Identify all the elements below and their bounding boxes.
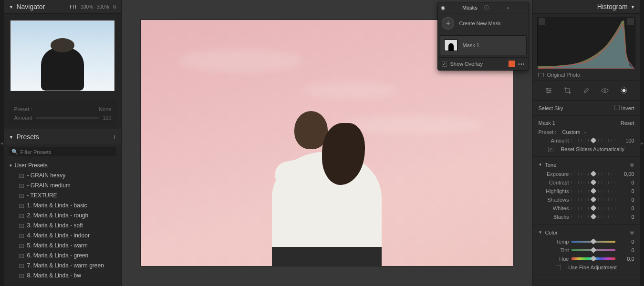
- hue-label: Hue: [538, 256, 569, 262]
- preset-item[interactable]: 1. Maria & Linda - basic: [9, 201, 116, 211]
- invert-label[interactable]: Invert: [621, 105, 634, 111]
- svg-rect-3: [584, 88, 589, 93]
- shadows-value[interactable]: 0: [618, 197, 634, 203]
- mask-preset-value[interactable]: Custom: [562, 129, 580, 135]
- create-mask-row[interactable]: + Create New Mask: [438, 13, 529, 33]
- preset-item[interactable]: 8. Maria & Linda - bw: [9, 271, 116, 281]
- contrast-slider[interactable]: [571, 180, 615, 185]
- masks-title: Masks: [462, 5, 482, 10]
- original-photo-toggle[interactable]: Original Photo: [532, 69, 640, 81]
- tint-label: Tint: [538, 247, 569, 253]
- preset-swatch-icon: [19, 204, 24, 208]
- preset-item-label: 3. Maria & Linda - soft: [27, 222, 83, 230]
- contrast-value[interactable]: 0: [618, 180, 634, 185]
- right-edge-collapse[interactable]: ▸: [640, 0, 644, 286]
- hue-value[interactable]: 0,0: [618, 256, 634, 262]
- add-preset-icon[interactable]: +: [113, 133, 116, 141]
- zoom-fit[interactable]: FIT: [70, 4, 77, 10]
- mask-info-section: Mask 1 Reset Preset : Custom ⌄ Amount 10…: [532, 116, 640, 157]
- reset-button[interactable]: Reset: [621, 120, 634, 126]
- invert-checkbox[interactable]: [614, 105, 620, 110]
- masks-header[interactable]: ◉ Masks ⓘ »: [438, 2, 529, 13]
- reset-sliders-label[interactable]: Reset Sliders Automatically: [561, 146, 624, 152]
- plus-icon[interactable]: +: [442, 17, 454, 30]
- exposure-slider[interactable]: [571, 172, 615, 176]
- tint-slider[interactable]: [571, 248, 615, 253]
- mask-item[interactable]: Mask 1: [440, 35, 527, 55]
- preset-item-label: 4. Maria & Linda - indoor: [27, 232, 89, 240]
- rectangle-icon: [538, 73, 544, 77]
- crop-icon[interactable]: [563, 86, 572, 95]
- mask-amount-label: Amount: [538, 138, 569, 143]
- preset-value[interactable]: None: [99, 106, 111, 112]
- preset-item[interactable]: 2. Maria & Linda - rough: [9, 211, 116, 221]
- preset-item[interactable]: 3. Maria & Linda - soft: [9, 221, 116, 231]
- temp-value[interactable]: 0: [618, 239, 634, 245]
- quick-preset-box: Preset : None Amount 100: [9, 101, 116, 126]
- temp-slider[interactable]: [571, 239, 615, 244]
- overlay-color-swatch[interactable]: [509, 61, 515, 67]
- left-edge-collapse[interactable]: ◂: [0, 0, 4, 286]
- chevron-down-icon: ▼: [631, 4, 635, 10]
- preset-filter-input[interactable]: [20, 149, 114, 155]
- preset-item[interactable]: - GRAIN medium: [9, 181, 116, 191]
- preset-item[interactable]: - TEXTURE: [9, 191, 116, 201]
- blacks-slider[interactable]: [571, 214, 615, 219]
- show-overlay-label[interactable]: Show Overlay: [450, 61, 482, 67]
- original-photo-label: Original Photo: [547, 72, 580, 78]
- preset-filter[interactable]: 🔍: [9, 147, 116, 156]
- highlights-value[interactable]: 0: [618, 188, 634, 194]
- zoom-100[interactable]: 100%: [81, 4, 93, 10]
- svg-point-4: [602, 89, 608, 92]
- preset-item[interactable]: 4. Maria & Linda - indoor: [9, 231, 116, 241]
- histogram-display[interactable]: [537, 17, 635, 69]
- zoom-300[interactable]: 300%: [97, 4, 109, 10]
- mask-amount-slider[interactable]: [571, 138, 615, 143]
- dropdown-icon[interactable]: ⌄: [583, 129, 587, 135]
- show-overlay-checkbox[interactable]: ✓: [442, 61, 447, 67]
- hue-slider[interactable]: [571, 256, 615, 261]
- heal-icon[interactable]: [582, 86, 591, 95]
- histogram-header[interactable]: Histogram ▼: [532, 0, 640, 14]
- zoom-stepper-icon[interactable]: ⇅: [113, 4, 116, 10]
- select-sky-label: Select Sky: [538, 105, 563, 111]
- more-icon[interactable]: •••: [518, 61, 525, 67]
- fine-adjustment-label[interactable]: Use Fine Adjustment: [568, 265, 617, 270]
- navigator-thumbnail[interactable]: [10, 20, 114, 91]
- shadows-slider[interactable]: [571, 197, 615, 202]
- eye-icon[interactable]: ◉: [630, 162, 634, 168]
- color-header[interactable]: ▼ Color ◉: [538, 227, 634, 237]
- preset-group-user[interactable]: ▼ User Presets: [9, 160, 116, 171]
- preset-amount-slider[interactable]: [36, 117, 99, 119]
- preset-item[interactable]: 5. Maria & Linda - warm: [9, 241, 116, 251]
- preset-amount-value: 100: [103, 115, 111, 121]
- preset-item[interactable]: 7. Maria & Linda - warm green: [9, 261, 116, 271]
- preset-item-label: - TEXTURE: [27, 192, 57, 200]
- masking-icon[interactable]: [619, 86, 629, 95]
- tint-value[interactable]: 0: [618, 247, 634, 253]
- blacks-value[interactable]: 0: [618, 214, 634, 220]
- preset-item-label: 2. Maria & Linda - rough: [27, 212, 88, 220]
- eye-icon[interactable]: ◉: [441, 5, 460, 11]
- canvas-area[interactable]: ◉ Masks ⓘ » + Create New Mask Mask 1 ✓ S…: [122, 0, 532, 286]
- reset-sliders-checkbox[interactable]: ✓: [548, 147, 553, 152]
- highlights-slider[interactable]: [571, 189, 615, 194]
- eye-icon[interactable]: ◉: [630, 229, 634, 235]
- navigator-header[interactable]: ▼ Navigator FIT 100% 300% ⇅: [4, 0, 121, 14]
- redeye-icon[interactable]: [600, 86, 610, 95]
- preset-swatch-icon: [19, 254, 24, 258]
- preset-item[interactable]: 6. Maria & Linda - green: [9, 251, 116, 261]
- preset-tree: ▼ User Presets - GRAIN heavy - GRAIN med…: [4, 159, 121, 286]
- whites-value[interactable]: 0: [618, 205, 634, 211]
- masks-panel[interactable]: ◉ Masks ⓘ » + Create New Mask Mask 1 ✓ S…: [437, 2, 529, 71]
- whites-slider[interactable]: [571, 206, 615, 211]
- preset-item[interactable]: - GRAIN heavy: [9, 171, 116, 181]
- exposure-value[interactable]: 0,00: [618, 171, 634, 177]
- sliders-icon[interactable]: [544, 86, 553, 95]
- expand-icon[interactable]: »: [507, 5, 526, 10]
- presets-header[interactable]: ▼ Presets +: [4, 129, 121, 144]
- fine-adjustment-checkbox[interactable]: [556, 265, 561, 270]
- chevron-down-icon: ▼: [9, 134, 13, 140]
- info-icon[interactable]: ⓘ: [484, 4, 504, 11]
- tone-header[interactable]: ▼ Tone ◉: [538, 160, 634, 170]
